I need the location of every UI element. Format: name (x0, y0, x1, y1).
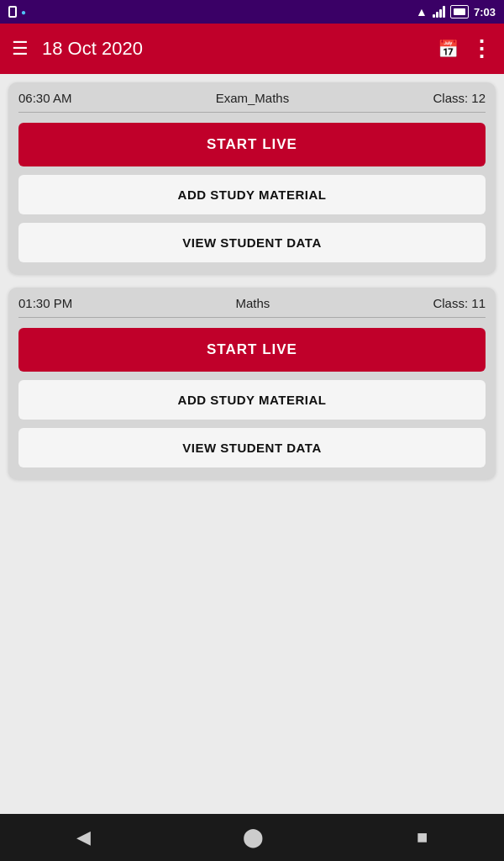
calendar-icon[interactable]: 📅 (438, 39, 459, 59)
toolbar-title: 18 Oct 2020 (42, 38, 438, 60)
view-student-data-button-1[interactable]: VIEW STUDENT DATA (18, 223, 486, 262)
more-options-icon[interactable]: ⋮ (470, 36, 492, 62)
session-class-1: Class: 12 (433, 91, 486, 105)
view-student-data-button-2[interactable]: VIEW STUDENT DATA (18, 428, 486, 467)
add-study-material-button-2[interactable]: ADD STUDY MATERIAL (18, 380, 486, 420)
session-name-1: Exam_Maths (216, 91, 290, 105)
status-left-icons: ● (8, 6, 26, 18)
back-nav-icon[interactable]: ◀ (60, 820, 108, 855)
bottom-nav: ◀ ⬤ ■ (0, 814, 504, 861)
main-content: 06:30 AM Exam_Maths Class: 12 START LIVE… (0, 74, 504, 814)
session-card-1: 06:30 AM Exam_Maths Class: 12 START LIVE… (8, 82, 496, 274)
battery-icon (450, 5, 469, 18)
session-time-2: 01:30 PM (18, 296, 72, 310)
sim-icon (8, 6, 17, 18)
recents-nav-icon[interactable]: ■ (400, 820, 444, 855)
session-header-2: 01:30 PM Maths Class: 11 (18, 296, 486, 318)
session-class-2: Class: 11 (433, 296, 486, 310)
toolbar: ☰ 18 Oct 2020 📅 ⋮ (0, 24, 504, 74)
toolbar-actions: 📅 ⋮ (438, 36, 492, 62)
status-bar: ● ▲ 7:03 (0, 0, 504, 24)
session-card-2: 01:30 PM Maths Class: 11 START LIVE ADD … (8, 288, 496, 479)
session-name-2: Maths (235, 296, 270, 310)
start-live-button-2[interactable]: START LIVE (18, 328, 486, 372)
session-header-1: 06:30 AM Exam_Maths Class: 12 (18, 91, 486, 113)
session-time-1: 06:30 AM (18, 91, 71, 105)
signal-icon (433, 6, 445, 18)
start-live-button-1[interactable]: START LIVE (18, 123, 486, 166)
add-study-material-button-1[interactable]: ADD STUDY MATERIAL (18, 175, 486, 214)
home-nav-icon[interactable]: ⬤ (226, 820, 281, 855)
status-right-icons: ▲ 7:03 (416, 5, 496, 18)
wifi-icon: ▲ (416, 5, 428, 18)
notification-dot: ● (21, 8, 26, 17)
menu-icon[interactable]: ☰ (12, 40, 29, 58)
status-time: 7:03 (474, 6, 496, 18)
